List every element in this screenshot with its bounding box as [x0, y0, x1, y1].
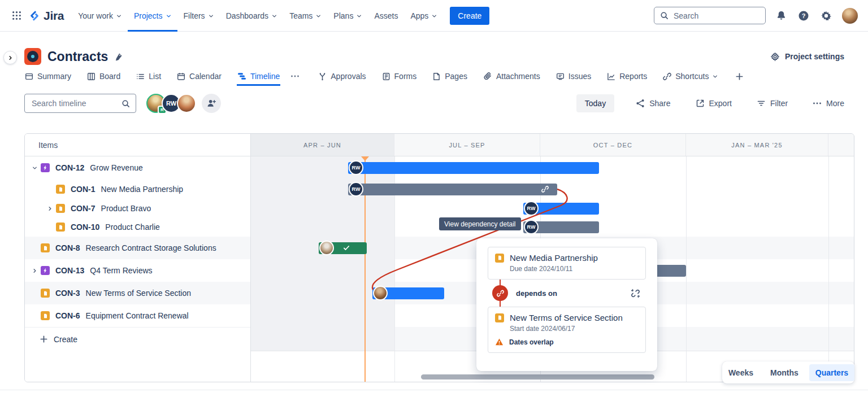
nav-item-filters[interactable]: Filters: [177, 0, 220, 32]
tab-label: List: [149, 72, 161, 81]
timeline-row-CON-6[interactable]: CON-6Equipment Contract Renewal: [25, 304, 250, 327]
nav-item-label: Dashboards: [226, 11, 269, 20]
nav-item-plans[interactable]: Plans: [327, 0, 368, 32]
tab-calendar[interactable]: Calendar: [176, 67, 222, 86]
plus-icon: [40, 335, 48, 343]
page-bottom-divider: [0, 390, 868, 390]
toolbar-filter-button[interactable]: Filter: [753, 98, 791, 108]
tab-attachments[interactable]: Attachments: [483, 67, 541, 86]
create-button[interactable]: Create: [450, 7, 489, 25]
create-item-button[interactable]: Create: [25, 327, 250, 351]
nav-item-your-work[interactable]: Your work: [72, 0, 128, 32]
avatar[interactable]: [177, 94, 196, 113]
timeline-search[interactable]: [24, 94, 136, 113]
tab-forms[interactable]: Forms: [381, 67, 418, 86]
dependency-from-card[interactable]: New Media Partnership Due date 2024/10/1…: [488, 247, 646, 280]
toolbar-export-button[interactable]: Export: [692, 98, 735, 108]
help-button[interactable]: ?: [797, 9, 810, 23]
user-avatar[interactable]: [842, 8, 858, 24]
add-people-button[interactable]: [202, 94, 221, 113]
nav-right: ?: [654, 7, 858, 24]
top-nav: Jira Your workProjectsFiltersDashboardsT…: [0, 0, 868, 32]
bar-avatar: RW: [524, 220, 539, 234]
tab-timeline[interactable]: Timeline: [237, 67, 280, 86]
search-icon: [660, 11, 669, 20]
nav-item-teams[interactable]: Teams: [283, 0, 327, 32]
view-mode-quarters[interactable]: Quarters: [809, 364, 854, 381]
dependency-to-subtitle: Start date 2024/06/17: [510, 325, 639, 333]
timeline-row-CON-12[interactable]: CON-12Grow Revenue: [25, 156, 250, 179]
project-settings-button[interactable]: Project settings: [767, 51, 848, 62]
svg-text:?: ?: [802, 12, 806, 19]
tab-list[interactable]: List: [136, 67, 162, 86]
check-icon: [343, 245, 350, 251]
toolbar-more-button[interactable]: More: [809, 98, 848, 108]
tab-shortcuts[interactable]: Shortcuts: [662, 67, 718, 86]
issues-icon: [556, 72, 565, 81]
toolbar-today-button[interactable]: Today: [576, 94, 614, 112]
timeline-row-CON-13[interactable]: CON-13Q4 Term Reviews: [25, 259, 250, 282]
unlink-button[interactable]: [627, 288, 644, 299]
toolbar-share-button[interactable]: Share: [632, 98, 674, 108]
expand-sidebar-button[interactable]: [3, 51, 17, 64]
tab-label: Timeline: [250, 72, 280, 81]
app-switcher-button[interactable]: [7, 6, 26, 25]
project-header: Contracts Project settings: [24, 44, 848, 69]
gantt-bar-CON-7[interactable]: RW: [523, 203, 599, 215]
timeline-row-CON-8[interactable]: CON-8Research Contract Storage Solutions: [25, 237, 250, 259]
nav-item-label: Your work: [78, 11, 113, 20]
tab-summary[interactable]: Summary: [24, 67, 72, 86]
jira-logo[interactable]: Jira: [26, 9, 72, 23]
tab-reports[interactable]: Reports: [606, 67, 648, 86]
pen-icon[interactable]: [114, 53, 123, 61]
gantt-bar-CON-8[interactable]: [319, 242, 367, 254]
timeline-row-CON-3[interactable]: CON-3New Terms of Service Section: [25, 282, 250, 304]
nav-item-apps[interactable]: Apps: [404, 0, 443, 32]
gantt-bar-CON-10[interactable]: RW: [523, 221, 599, 233]
gantt-bar-CON-1[interactable]: RW: [348, 184, 557, 195]
tab-overflow-button[interactable]: [287, 71, 303, 81]
expand-icon[interactable]: [44, 206, 56, 211]
items-panel: Items CON-12Grow RevenueCON-1New Media P…: [25, 134, 251, 382]
nav-item-label: Plans: [333, 11, 353, 20]
timeline-search-input[interactable]: [31, 98, 118, 108]
project-settings-label: Project settings: [785, 52, 844, 61]
tab-board[interactable]: Board: [86, 67, 121, 86]
dependency-to-card[interactable]: New Terms of Service Section Start date …: [488, 307, 646, 353]
horizontal-scrollbar[interactable]: [421, 374, 654, 379]
timeline-row-CON-10[interactable]: CON-10Product Charlie: [25, 217, 250, 237]
tab-approvals[interactable]: Approvals: [318, 67, 366, 86]
tab-label: Shortcuts: [675, 72, 709, 81]
dependency-from-subtitle: Due date 2024/10/11: [510, 265, 639, 273]
tab-issues[interactable]: Issues: [555, 67, 592, 86]
collapse-icon[interactable]: [28, 165, 41, 171]
settings-button[interactable]: [819, 9, 833, 23]
add-tab-button[interactable]: [733, 67, 746, 86]
nav-item-projects[interactable]: Projects: [128, 0, 177, 32]
expand-icon[interactable]: [28, 268, 41, 273]
timeline-row-CON-1[interactable]: CON-1New Media Partnership: [25, 179, 250, 199]
view-mode-months[interactable]: Months: [764, 364, 805, 381]
tab-pages[interactable]: Pages: [432, 67, 468, 86]
chevdown-icon: [272, 14, 277, 19]
gantt-bar-CON-3[interactable]: [372, 287, 444, 299]
share-icon: [636, 99, 645, 108]
issue-summary: Product Bravo: [101, 204, 151, 213]
gantt-bar-CON-12[interactable]: RW: [348, 162, 599, 174]
global-search[interactable]: [654, 7, 766, 24]
more-icon: [290, 72, 300, 81]
chevdown-icon: [166, 14, 171, 19]
project-tabs: SummaryBoardListCalendarTimelineApproval…: [24, 67, 854, 86]
nav-item-assets[interactable]: Assets: [368, 0, 404, 32]
global-search-input[interactable]: [672, 11, 760, 21]
timeline-row-CON-7[interactable]: CON-7Product Bravo: [25, 199, 250, 217]
notifications-button[interactable]: [775, 9, 788, 22]
project-avatar: [24, 48, 41, 65]
items-header: Items: [25, 134, 250, 156]
task-icon: [56, 204, 65, 213]
task-icon: [41, 289, 50, 298]
view-mode-weeks[interactable]: Weeks: [722, 364, 760, 381]
dependency-relation-label: depends on: [516, 289, 557, 298]
nav-item-dashboards[interactable]: Dashboards: [220, 0, 284, 32]
tab-label: Reports: [619, 72, 647, 81]
